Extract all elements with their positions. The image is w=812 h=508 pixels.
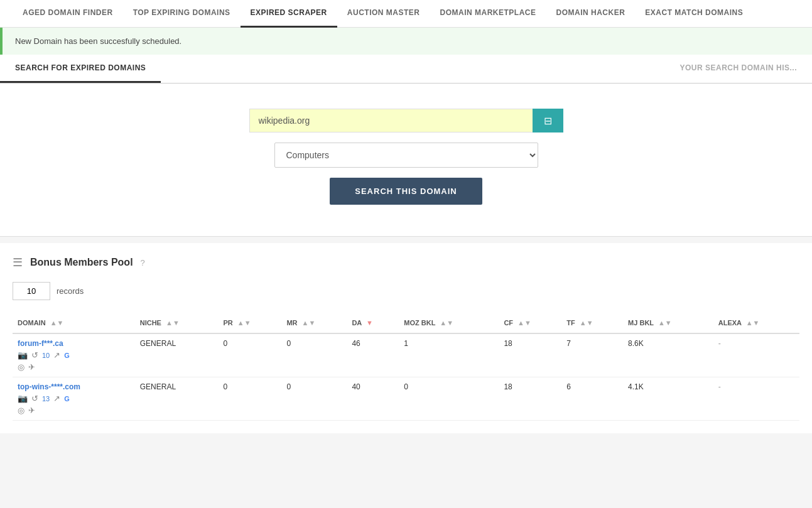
cell-tf: 6: [561, 377, 623, 421]
col-mj-bkl[interactable]: MJ BKL ▲▼: [623, 313, 713, 333]
nav-item-expired-scraper[interactable]: EXPIRED SCRAPER: [241, 0, 337, 28]
col-tf-label: TF: [566, 319, 575, 327]
cell-mr: 0: [281, 377, 347, 421]
section-header: ☰ Bonus Members Pool ?: [13, 256, 799, 269]
table-row: forum-f***.ca 📷 ↺ 10 ↗ G ◎ ✈ GENERAL 0 0…: [13, 333, 799, 377]
cell-domain: top-wins-****.com 📷 ↺ 13 ↗ G ◎ ✈: [13, 377, 135, 421]
nav-item-top-expiring-domains[interactable]: TOP EXPIRING DOMAINS: [123, 0, 241, 28]
col-domain-label: DOMAIN: [18, 319, 46, 327]
table-row: top-wins-****.com 📷 ↺ 13 ↗ G ◎ ✈ GENERAL…: [13, 377, 799, 421]
cell-niche: GENERAL: [135, 377, 219, 421]
cell-cf: 18: [499, 377, 561, 421]
col-pr-label: PR: [223, 319, 232, 327]
nav-item-auction-master[interactable]: AUCTION MASTER: [337, 0, 430, 28]
search-button[interactable]: SEARCH THIS DOMAIN: [330, 178, 482, 205]
domain-input-row: ⊟: [249, 109, 563, 132]
history-icon[interactable]: ↺: [31, 350, 38, 360]
camera-icon[interactable]: 📷: [18, 394, 28, 403]
cf-sort-icon: ▲▼: [517, 319, 531, 327]
col-cf[interactable]: CF ▲▼: [499, 313, 561, 333]
domain-age: 10: [42, 352, 50, 359]
filter-button[interactable]: ⊟: [533, 109, 563, 132]
col-alexa-label: ALEXA: [718, 319, 742, 327]
cell-alexa: -: [713, 333, 799, 377]
cell-tf: 7: [561, 333, 623, 377]
col-da-label: DA: [352, 319, 361, 327]
results-table: DOMAIN ▲▼ NICHE ▲▼ PR ▲▼ MR ▲▼ DA ▼: [13, 313, 799, 421]
results-section: ☰ Bonus Members Pool ? records DOMAIN ▲▼…: [0, 243, 812, 433]
cell-alexa: -: [713, 377, 799, 421]
col-domain[interactable]: DOMAIN ▲▼: [13, 313, 135, 333]
records-input[interactable]: [13, 282, 50, 300]
col-moz-bkl[interactable]: MOZ BKL ▲▼: [399, 313, 499, 333]
cell-moz-bkl: 0: [399, 377, 499, 421]
niche-sort-icon: ▲▼: [166, 319, 180, 327]
cell-niche: GENERAL: [135, 333, 219, 377]
cell-cf: 18: [499, 333, 561, 377]
success-message: New Domain has been succesfully schedule…: [15, 36, 181, 46]
trending-icon[interactable]: ↗: [53, 394, 60, 403]
cell-da: 40: [347, 377, 399, 421]
col-da[interactable]: DA ▼: [347, 313, 399, 333]
cell-pr: 0: [218, 377, 281, 421]
col-pr[interactable]: PR ▲▼: [218, 313, 281, 333]
help-icon[interactable]: ?: [141, 258, 145, 268]
cell-da: 46: [347, 333, 399, 377]
search-form-area: ⊟ General Computers Technology Health Fi…: [0, 84, 812, 236]
da-sort-icon: ▼: [366, 319, 373, 327]
pr-sort-icon: ▲▼: [237, 319, 251, 327]
tab-search-expired-domains[interactable]: SEARCH FOR EXPIRED DOMAINS: [0, 55, 161, 83]
cell-pr: 0: [218, 333, 281, 377]
google-icon[interactable]: G: [64, 395, 70, 403]
table-header-row: DOMAIN ▲▼ NICHE ▲▼ PR ▲▼ MR ▲▼ DA ▼: [13, 313, 799, 333]
success-banner: New Domain has been succesfully schedule…: [0, 28, 812, 55]
col-alexa[interactable]: ALEXA ▲▼: [713, 313, 799, 333]
list-icon: ☰: [13, 256, 23, 269]
plane-icon[interactable]: ✈: [28, 362, 35, 372]
nav-item-exact-match-domains[interactable]: EXACT MATCH DOMAINS: [635, 0, 753, 28]
plane-icon[interactable]: ✈: [28, 406, 35, 415]
cell-moz-bkl: 1: [399, 333, 499, 377]
col-niche-label: NICHE: [140, 319, 161, 327]
col-tf[interactable]: TF ▲▼: [561, 313, 623, 333]
cell-mj-bkl: 8.6K: [623, 333, 713, 377]
col-mr[interactable]: MR ▲▼: [281, 313, 347, 333]
cell-domain: forum-f***.ca 📷 ↺ 10 ↗ G ◎ ✈: [13, 333, 135, 377]
col-cf-label: CF: [504, 319, 513, 327]
domain-age: 13: [42, 395, 50, 403]
tf-sort-icon: ▲▼: [580, 319, 593, 327]
col-niche[interactable]: NICHE ▲▼: [135, 313, 219, 333]
search-section: SEARCH FOR EXPIRED DOMAINS YOUR SEARCH D…: [0, 55, 812, 237]
alexa-sort-icon: ▲▼: [746, 319, 760, 327]
mj-bkl-sort-icon: ▲▼: [658, 319, 672, 327]
filter-icon: ⊟: [544, 115, 552, 127]
search-tabs: SEARCH FOR EXPIRED DOMAINS YOUR SEARCH D…: [0, 55, 812, 84]
compass-icon[interactable]: ◎: [18, 362, 24, 372]
nav-item-aged-domain-finder[interactable]: AGED DOMAIN FINDER: [13, 0, 123, 28]
mr-sort-icon: ▲▼: [302, 319, 316, 327]
category-select[interactable]: General Computers Technology Health Fina…: [274, 143, 538, 168]
domain-input[interactable]: [249, 109, 533, 132]
records-row: records: [13, 282, 799, 300]
records-label: records: [57, 286, 84, 296]
moz-bkl-sort-icon: ▲▼: [440, 319, 453, 327]
col-mr-label: MR: [286, 319, 297, 327]
google-icon[interactable]: G: [64, 352, 70, 359]
cell-mr: 0: [281, 333, 347, 377]
tab-search-history[interactable]: YOUR SEARCH DOMAIN HIS...: [664, 55, 812, 83]
cell-mj-bkl: 4.1K: [623, 377, 713, 421]
compass-icon[interactable]: ◎: [18, 406, 24, 415]
col-moz-bkl-label: MOZ BKL: [404, 319, 435, 327]
domain-link[interactable]: forum-f***.ca: [18, 339, 63, 348]
domain-sort-icon: ▲▼: [50, 319, 64, 327]
top-navigation: AGED DOMAIN FINDER TOP EXPIRING DOMAINS …: [0, 0, 812, 28]
nav-item-domain-marketplace[interactable]: DOMAIN MARKETPLACE: [430, 0, 546, 28]
col-mj-bkl-label: MJ BKL: [628, 319, 654, 327]
domain-link[interactable]: top-wins-****.com: [18, 382, 80, 391]
history-icon[interactable]: ↺: [31, 394, 38, 403]
nav-item-domain-hacker[interactable]: DOMAIN HACKER: [546, 0, 635, 28]
camera-icon[interactable]: 📷: [18, 350, 28, 360]
section-title: Bonus Members Pool: [30, 257, 133, 268]
trending-icon[interactable]: ↗: [53, 350, 60, 360]
